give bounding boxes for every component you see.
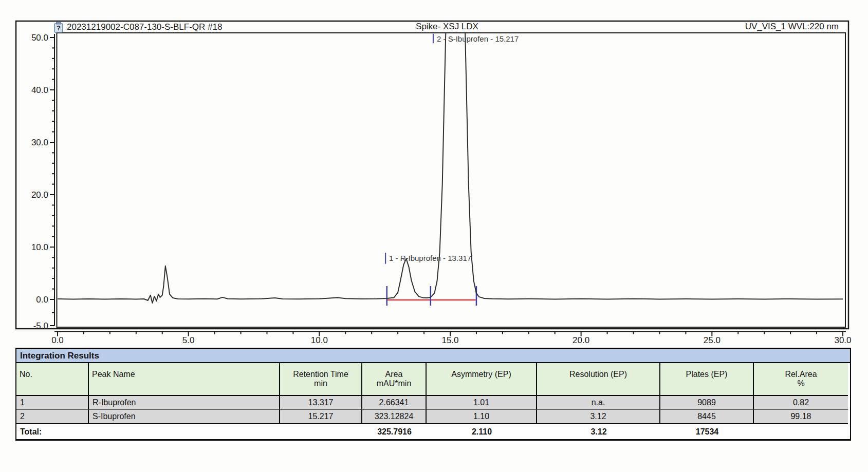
- x-tick-label: 10.0: [311, 335, 328, 345]
- y-tick-label: -5.0: [33, 321, 48, 331]
- x-tick-label: 25.0: [704, 335, 721, 345]
- injection-title: Spike- XSJ LDX: [416, 22, 478, 31]
- cell-resolution: 3.12: [537, 410, 660, 424]
- sample-id: 20231219002-C087-130-S-BLF-QR #18: [67, 22, 222, 32]
- integration-baseline: [385, 34, 476, 306]
- cell-asymmetry: 1.01: [427, 396, 537, 410]
- peak-label-2: 2 - S-Ibuprofen - 15.217: [437, 34, 519, 43]
- vial-icon-glyph: ?: [57, 24, 61, 32]
- col-header-area: AreamAU*min: [362, 363, 427, 396]
- chart-outer-border: [16, 21, 848, 329]
- cell-peak-name: R-Ibuprofen: [89, 396, 280, 410]
- total-area: 325.7916: [362, 424, 427, 439]
- chromatogram-chart: ? 20231219002-C087-130-S-BLF-QR #18 Spik…: [0, 0, 868, 347]
- integration-results-table: Integration Results No. Peak Name Retent…: [15, 348, 851, 441]
- y-axis-ruler: 50.040.030.020.010.00.0-5.0: [31, 33, 54, 331]
- x-tick-label: 15.0: [441, 335, 458, 345]
- col-header-rel-area: Rel.Area%: [754, 363, 848, 396]
- total-rel-area: [754, 424, 848, 439]
- x-axis-ruler: 0.05.010.015.020.025.030.0: [51, 332, 851, 346]
- y-tick-label: 50.0: [31, 33, 48, 43]
- x-tick-label: 20.0: [572, 335, 589, 345]
- total-resolution: 3.12: [537, 424, 660, 439]
- vial-question-icon: ?: [54, 22, 63, 32]
- y-tick-label: 10.0: [31, 242, 48, 252]
- col-header-no: No.: [16, 363, 89, 396]
- chromatogram-report: ? 20231219002-C087-130-S-BLF-QR #18 Spik…: [0, 0, 868, 472]
- col-header-plates: Plates (EP): [660, 363, 754, 396]
- cell-plates: 8445: [660, 410, 754, 424]
- col-header-peak-name: Peak Name: [89, 363, 280, 396]
- cell-area: 2.66341: [362, 396, 427, 410]
- detector-channel: UV_VIS_1 WVL:220 nm: [745, 22, 839, 31]
- col-header-asymmetry: Asymmetry (EP): [427, 363, 537, 396]
- cell-peak-name: S-Ibuprofen: [89, 410, 280, 424]
- y-tick-label: 20.0: [31, 190, 48, 200]
- total-label: Total:: [16, 424, 89, 439]
- x-tick-label: 0.0: [51, 335, 64, 345]
- peak-label-1: 1 - R-Ibuprofen - 13.317: [389, 254, 471, 262]
- cell-retention-time: 13.317: [280, 396, 362, 410]
- cell-retention-time: 15.217: [280, 410, 362, 424]
- cell-no: 1: [16, 396, 89, 410]
- table-title: Integration Results: [16, 349, 850, 363]
- col-header-resolution: Resolution (EP): [537, 363, 660, 396]
- x-tick-label: 5.0: [182, 335, 195, 345]
- cell-resolution: n.a.: [537, 396, 660, 410]
- total-plates: 17534: [660, 424, 754, 439]
- total-retention-time: [280, 424, 362, 439]
- total-asymmetry: 2.110: [427, 424, 537, 439]
- cell-asymmetry: 1.10: [427, 410, 537, 424]
- y-tick-label: 30.0: [31, 138, 48, 147]
- cell-plates: 9089: [660, 396, 754, 410]
- cell-no: 2: [16, 410, 89, 424]
- table-total-row: Total: 325.7916 2.110 3.12 17534: [16, 424, 850, 439]
- col-header-retention-time: Retention Timemin: [280, 363, 362, 396]
- y-tick-label: 40.0: [31, 85, 48, 95]
- y-tick-label: 0.0: [36, 295, 48, 305]
- cell-rel-area: 99.18: [754, 410, 848, 424]
- plot-area-border: [57, 33, 846, 327]
- table-row: 1 R-Ibuprofen 13.317 2.66341 1.01 n.a. 9…: [16, 396, 850, 410]
- cell-area: 323.12824: [362, 410, 427, 424]
- total-spacer: [89, 424, 280, 439]
- table-row: 2 S-Ibuprofen 15.217 323.12824 1.10 3.12…: [16, 410, 850, 424]
- cell-rel-area: 0.82: [754, 396, 848, 410]
- table-header-row: No. Peak Name Retention Timemin AreamAU*…: [16, 363, 850, 396]
- x-tick-label: 30.0: [834, 335, 851, 345]
